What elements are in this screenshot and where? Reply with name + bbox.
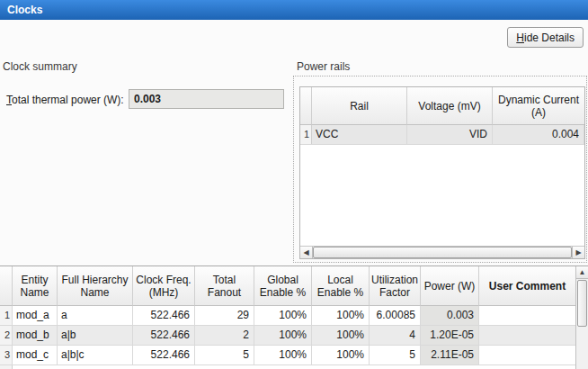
header-line: Entity: [21, 274, 48, 286]
header-line: Total: [213, 274, 236, 286]
total-thermal-label-text: otal thermal power (W):: [12, 94, 124, 106]
power-rails-header-row: Rail Voltage (mV) Dynamic Current (A): [300, 87, 584, 125]
clocks-table-header-row: Entity Name Full Hierarchy Name Clock Fr…: [0, 266, 575, 306]
utilization-factor-cell[interactable]: 4: [370, 326, 421, 345]
clock-summary-group-label: Clock summary: [3, 60, 77, 73]
voltage-cell[interactable]: VID: [407, 125, 493, 144]
local-enable-cell[interactable]: 100%: [312, 346, 370, 364]
power-cell[interactable]: 2.11E-05: [421, 346, 479, 364]
local-enable-cell[interactable]: 100%: [312, 326, 370, 345]
table-row: 2 mod_b a|b 522.466 2 100% 100% 4 1.20E-…: [0, 326, 575, 346]
header-line: Name: [80, 286, 109, 299]
global-enable-cell[interactable]: 100%: [254, 346, 312, 364]
header-line: Dynamic Current: [498, 94, 579, 106]
panel-title-bar[interactable]: Clocks: [0, 0, 588, 20]
header-global-enable[interactable]: Global Enable %: [254, 266, 312, 306]
hierarchy-name-cell[interactable]: a: [58, 306, 133, 325]
utilization-factor-cell[interactable]: 5: [370, 346, 421, 364]
power-cell[interactable]: 0.003: [421, 306, 479, 325]
header-line: (MHz): [149, 286, 179, 299]
dynamic-current-cell[interactable]: 0.004: [493, 125, 584, 144]
user-comment-cell[interactable]: [479, 346, 575, 364]
power-rails-hscrollbar[interactable]: ◀ ▶: [300, 246, 584, 258]
local-enable-cell[interactable]: 100%: [312, 306, 370, 325]
header-total-fanout[interactable]: Total Fanout: [195, 266, 254, 306]
header-line: Power (W): [424, 280, 476, 292]
header-full-hierarchy-name[interactable]: Full Hierarchy Name: [58, 266, 133, 306]
row-number-cell[interactable]: 3: [0, 346, 13, 364]
hide-details-button[interactable]: Hide Details: [507, 27, 584, 48]
row-number-cell[interactable]: 2: [0, 326, 13, 345]
clocks-table-corner-header[interactable]: [0, 266, 13, 306]
total-thermal-power-field[interactable]: 0.003: [129, 89, 284, 109]
clocks-table: Entity Name Full Hierarchy Name Clock Fr…: [0, 266, 588, 369]
header-utilization-factor[interactable]: Utilization Factor: [370, 266, 421, 306]
header-line: Enable %: [260, 286, 306, 299]
power-cell[interactable]: 1.20E-05: [421, 326, 479, 345]
utilization-factor-cell[interactable]: 6.00085: [370, 306, 421, 325]
power-rails-empty-area: [300, 145, 584, 246]
header-entity-name[interactable]: Entity Name: [13, 266, 58, 306]
hscroll-track[interactable]: [313, 247, 572, 258]
header-line: Fanout: [208, 286, 241, 299]
clock-freq-cell[interactable]: 522.466: [133, 326, 195, 345]
power-rails-corner-header[interactable]: [300, 87, 312, 125]
header-user-comment[interactable]: User Comment: [479, 266, 575, 306]
hide-details-label: ide Details: [524, 32, 575, 44]
clocks-table-vscrollbar[interactable]: ▲: [575, 266, 588, 369]
power-rails-header-rail[interactable]: Rail: [312, 87, 407, 125]
header-line: Clock Freq.: [136, 274, 191, 286]
total-fanout-cell[interactable]: 2: [195, 326, 254, 345]
row-number-cell[interactable]: 1: [300, 125, 312, 144]
header-line: Full Hierarchy: [61, 274, 128, 286]
user-comment-cell[interactable]: [479, 326, 575, 345]
header-line: Enable %: [317, 286, 363, 299]
clock-freq-cell[interactable]: 522.466: [133, 306, 195, 325]
vscroll-thumb[interactable]: [577, 280, 587, 327]
vscroll-up-button[interactable]: ▲: [576, 266, 588, 279]
header-clock-freq[interactable]: Clock Freq. (MHz): [133, 266, 195, 306]
hierarchy-name-cell[interactable]: a|b: [58, 326, 133, 345]
entity-name-cell[interactable]: mod_b: [13, 326, 58, 345]
panel-title: Clocks: [7, 4, 42, 16]
row-number-cell-empty: [0, 365, 13, 369]
total-thermal-power-label: Total thermal power (W):: [6, 94, 124, 106]
header-line: Name: [20, 286, 49, 299]
row-number-cell[interactable]: 1: [0, 306, 13, 325]
vscroll-track[interactable]: [576, 279, 588, 369]
hscroll-thumb[interactable]: [313, 247, 572, 258]
power-rails-header-dynamic-current[interactable]: Dynamic Current (A): [493, 87, 584, 125]
user-comment-cell[interactable]: [479, 306, 575, 325]
clocks-table-main: Entity Name Full Hierarchy Name Clock Fr…: [0, 266, 575, 369]
header-line: Utilization: [371, 274, 418, 286]
global-enable-cell[interactable]: 100%: [254, 306, 312, 325]
total-fanout-cell[interactable]: 5: [195, 346, 254, 364]
hscroll-right-button[interactable]: ▶: [572, 247, 584, 258]
header-power[interactable]: Power (W): [421, 266, 479, 306]
table-partial-row: [0, 365, 575, 369]
header-line: Global: [267, 274, 298, 286]
header-line: User Comment: [489, 280, 566, 292]
global-enable-cell[interactable]: 100%: [254, 326, 312, 345]
hscroll-left-button[interactable]: ◀: [300, 247, 313, 258]
clock-freq-cell[interactable]: 522.466: [133, 346, 195, 364]
entity-name-cell[interactable]: mod_c: [13, 346, 58, 364]
header-local-enable[interactable]: Local Enable %: [312, 266, 370, 306]
power-rails-header-voltage[interactable]: Voltage (mV): [407, 87, 493, 125]
table-row: 1 mod_a a 522.466 29 100% 100% 6.00085 0…: [0, 306, 575, 326]
hierarchy-name-cell[interactable]: a|b|c: [58, 346, 133, 364]
total-fanout-cell[interactable]: 29: [195, 306, 254, 325]
power-rails-table: Rail Voltage (mV) Dynamic Current (A) 1 …: [299, 86, 585, 259]
header-line: Factor: [379, 286, 410, 299]
header-line: (A): [531, 106, 546, 119]
power-rails-row: 1 VCC VID 0.004: [300, 125, 584, 145]
entity-name-cell[interactable]: mod_a: [13, 306, 58, 325]
hide-details-mnemonic: H: [516, 32, 524, 44]
header-line: Rail: [350, 100, 369, 112]
right-arrow-icon: ▶: [575, 249, 581, 256]
power-analyzer-clocks-panel: Clocks Hide Details Clock summary Total …: [0, 0, 588, 369]
power-rails-group-label: Power rails: [297, 60, 350, 73]
rail-cell[interactable]: VCC: [312, 125, 407, 144]
left-arrow-icon: ◀: [303, 249, 308, 256]
table-row: 3 mod_c a|b|c 522.466 5 100% 100% 5 2.11…: [0, 346, 575, 365]
